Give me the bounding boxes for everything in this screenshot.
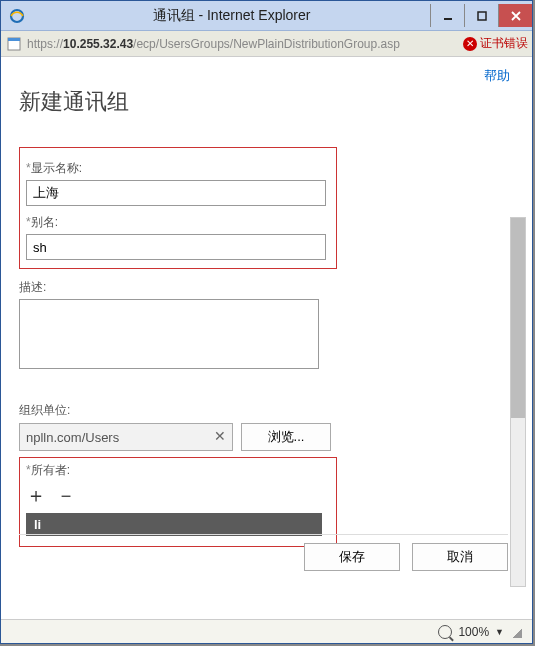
url-scheme: https:// [27, 37, 63, 51]
minimize-button[interactable] [430, 4, 464, 27]
content-area: 帮助 新建通讯组 显示名称: 别名: 描述: 组织单位: [1, 57, 532, 619]
cancel-button[interactable]: 取消 [412, 543, 508, 571]
url-display[interactable]: https://10.255.32.43/ecp/UsersGroups/New… [27, 37, 457, 51]
vertical-scrollbar[interactable] [510, 217, 526, 587]
zoom-dropdown[interactable]: ▼ [495, 627, 504, 637]
svg-rect-1 [444, 18, 452, 20]
svg-rect-4 [8, 38, 20, 41]
window-frame: 通讯组 - Internet Explorer https://10.255.3… [0, 0, 533, 644]
save-button[interactable]: 保存 [304, 543, 400, 571]
description-input[interactable] [19, 299, 319, 369]
add-owner-button[interactable]: ＋ [26, 485, 46, 505]
page-title: 新建通讯组 [19, 87, 514, 117]
close-button[interactable] [498, 4, 532, 27]
description-label: 描述: [19, 279, 514, 296]
alias-input[interactable] [26, 234, 326, 260]
window-title: 通讯组 - Internet Explorer [33, 7, 430, 25]
ou-row: ✕ 浏览... [19, 423, 514, 451]
url-path: /ecp/UsersGroups/NewPlainDistributionGro… [133, 37, 400, 51]
dialog-buttons: 保存 取消 [304, 543, 508, 571]
scrollbar-thumb[interactable] [511, 218, 525, 418]
remove-owner-button[interactable]: － [56, 485, 76, 505]
address-bar: https://10.255.32.43/ecp/UsersGroups/New… [1, 31, 532, 57]
resize-grip[interactable] [510, 626, 522, 638]
ou-clear-icon[interactable]: ✕ [211, 427, 229, 445]
separator [19, 534, 508, 535]
ou-label: 组织单位: [19, 402, 514, 419]
shield-error-icon: ✕ [463, 37, 477, 51]
certificate-error[interactable]: ✕ 证书错误 [463, 35, 528, 52]
alias-label: 别名: [26, 214, 330, 231]
ie-icon [7, 6, 27, 26]
owners-toolbar: ＋ － [26, 485, 330, 505]
url-host: 10.255.32.43 [63, 37, 133, 51]
zoom-icon[interactable] [438, 625, 452, 639]
help-link[interactable]: 帮助 [484, 67, 510, 85]
page-icon [5, 35, 23, 53]
scroll-region: 显示名称: 别名: 描述: 组织单位: ✕ 浏览... [19, 147, 514, 547]
owners-list: li [26, 513, 322, 536]
owners-label: 所有者: [26, 462, 330, 479]
browse-button[interactable]: 浏览... [241, 423, 331, 451]
status-bar: 100% ▼ [1, 619, 532, 643]
window-buttons [430, 4, 532, 27]
ou-input[interactable] [19, 423, 233, 451]
cert-error-text: 证书错误 [480, 35, 528, 52]
display-name-input[interactable] [26, 180, 326, 206]
svg-rect-2 [478, 12, 486, 20]
titlebar: 通讯组 - Internet Explorer [1, 1, 532, 31]
maximize-button[interactable] [464, 4, 498, 27]
zoom-level: 100% [458, 625, 489, 639]
required-fields-group: 显示名称: 别名: [19, 147, 337, 269]
owner-item[interactable]: li [26, 513, 322, 536]
display-name-label: 显示名称: [26, 160, 330, 177]
